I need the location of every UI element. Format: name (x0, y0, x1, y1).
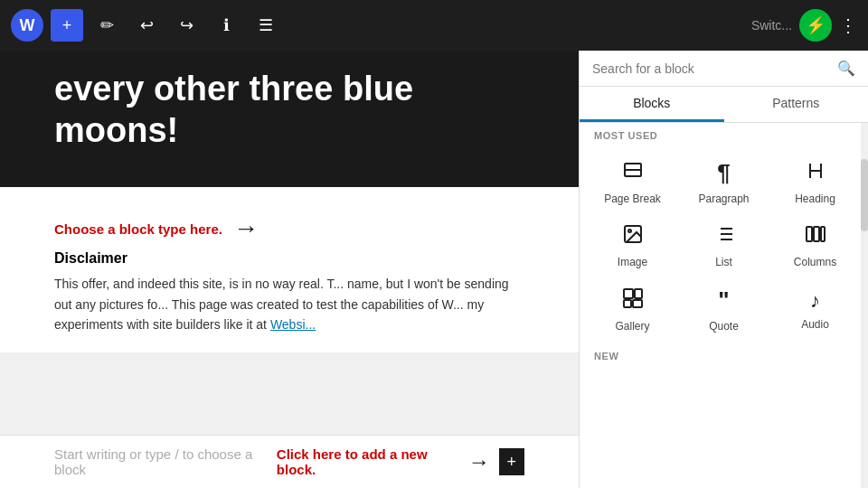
redo-button[interactable]: ↪ (170, 9, 203, 42)
image-icon (622, 223, 644, 250)
svg-rect-15 (624, 300, 631, 307)
wp-logo-label: W (20, 16, 35, 35)
quote-label: Quote (709, 320, 739, 333)
heading-icon (805, 160, 826, 187)
start-writing-placeholder[interactable]: Start writing or type / to choose a bloc… (54, 446, 277, 477)
disclaimer-link[interactable]: Websi... (270, 317, 316, 332)
start-writing-bar: Start writing or type / to choose a bloc… (0, 435, 579, 488)
block-item-columns[interactable]: Columns (769, 212, 861, 276)
add-block-button[interactable]: + (51, 9, 83, 42)
click-add-text: Click here to add a new block. (277, 446, 459, 477)
block-item-audio[interactable]: ♪ Audio (769, 276, 861, 340)
list-icon: ☰ (259, 15, 273, 35)
columns-icon (805, 223, 826, 250)
block-item-heading[interactable]: Heading (769, 148, 861, 212)
image-label: Image (618, 256, 647, 268)
pencil-icon: ✏ (100, 15, 114, 35)
svg-rect-10 (807, 227, 812, 241)
choose-block-text: Choose a block type here. (54, 221, 222, 237)
scrollbar-thumb[interactable] (861, 159, 868, 231)
block-item-quote[interactable]: " Quote (678, 276, 769, 340)
block-item-page-break[interactable]: Page Break (587, 148, 678, 212)
quote-icon: " (718, 286, 729, 314)
banner-text: every other three blue moons! (54, 69, 524, 151)
editor-area: every other three blue moons! Choose a b… (0, 51, 579, 488)
info-icon: ℹ (223, 15, 230, 35)
list-label: List (715, 256, 732, 268)
new-label: NEW (580, 343, 868, 365)
arrow-right-icon: → (233, 214, 259, 243)
most-used-grid: Page Break ¶ Paragraph He (580, 145, 868, 343)
paragraph-label: Paragraph (698, 192, 749, 205)
gallery-label: Gallery (615, 320, 649, 333)
tab-blocks[interactable]: Blocks (580, 87, 724, 122)
add-new-block-button[interactable]: + (499, 448, 524, 475)
block-panel: 🔍 Blocks Patterns MOST USED (579, 51, 868, 488)
svg-rect-16 (633, 300, 642, 307)
svg-rect-14 (635, 289, 642, 298)
undo-icon: ↩ (140, 15, 154, 35)
pencil-button[interactable]: ✏ (90, 9, 123, 42)
choose-block-annotation: Choose a block type here. → (54, 214, 259, 243)
list-icon (713, 223, 735, 250)
audio-label: Audio (801, 318, 829, 331)
scrollbar-track[interactable] (861, 123, 868, 488)
more-options-button[interactable]: ⋮ (839, 14, 857, 36)
paragraph-icon: ¶ (717, 159, 730, 187)
block-item-list[interactable]: List (678, 212, 769, 276)
columns-label: Columns (794, 256, 836, 268)
svg-point-3 (628, 230, 631, 232)
main-layout: every other three blue moons! Choose a b… (0, 51, 868, 488)
info-button[interactable]: ℹ (210, 9, 242, 42)
most-used-label: MOST USED (580, 123, 868, 145)
switch-editor-button[interactable]: Switc... (751, 18, 792, 33)
svg-rect-11 (814, 227, 819, 241)
page-break-icon (622, 160, 644, 187)
block-item-image[interactable]: Image (587, 212, 678, 276)
click-add-annotation: Click here to add a new block. → + (277, 446, 524, 477)
arrow-right-2-icon: → (468, 449, 490, 474)
undo-button[interactable]: ↩ (130, 9, 163, 42)
lightning-icon: ⚡ (806, 15, 826, 35)
audio-icon: ♪ (810, 289, 820, 313)
tab-patterns[interactable]: Patterns (724, 87, 869, 122)
toolbar: W + ✏ ↩ ↪ ℹ ☰ Switc... ⚡ ⋮ (0, 0, 868, 51)
publish-icon[interactable]: ⚡ (799, 9, 832, 42)
svg-rect-13 (624, 289, 633, 298)
redo-icon: ↪ (180, 15, 193, 35)
gallery-icon (622, 287, 644, 314)
page-break-label: Page Break (604, 192, 661, 205)
blocks-list-container: MOST USED Page Break (580, 123, 868, 488)
disclaimer-text: This offer, and indeed this site, is in … (54, 274, 524, 334)
disclaimer-title: Disclaimer (54, 250, 524, 267)
heading-label: Heading (795, 192, 835, 205)
disclaimer-section: Disclaimer This offer, and indeed this s… (54, 250, 524, 334)
svg-rect-12 (821, 227, 825, 241)
wp-logo[interactable]: W (11, 9, 43, 42)
black-banner: every other three blue moons! (0, 51, 579, 187)
block-item-gallery[interactable]: Gallery (587, 276, 678, 340)
block-item-paragraph[interactable]: ¶ Paragraph (678, 148, 769, 212)
blocks-content: MOST USED Page Break (580, 123, 868, 488)
content-area: Choose a block type here. → Disclaimer T… (0, 187, 579, 352)
tabs-row: Blocks Patterns (580, 87, 868, 123)
block-search-input[interactable] (592, 61, 830, 76)
search-bar: 🔍 (580, 51, 868, 87)
list-view-button[interactable]: ☰ (250, 9, 282, 42)
search-icon: 🔍 (837, 60, 855, 77)
